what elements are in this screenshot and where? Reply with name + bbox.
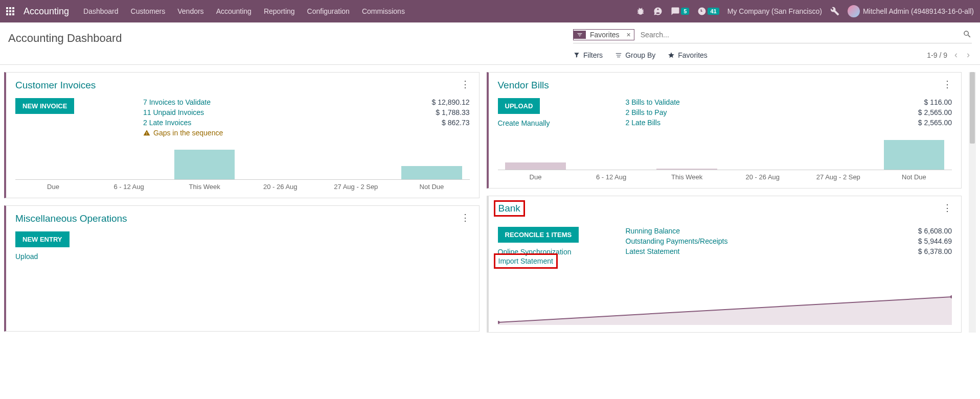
link-invoices-unpaid[interactable]: 11 Unpaid Invoices [143,108,204,116]
navbar-right: 5 41 My Company (San Francisco) Mitchell… [636,5,974,17]
menu-customers[interactable]: Customers [131,7,166,15]
link-latest-statement[interactable]: Latest Statement [626,247,680,255]
menu-vendors[interactable]: Vendors [177,7,203,15]
facet-remove[interactable]: × [624,31,634,39]
card-title-misc[interactable]: Miscellaneous Operations [15,213,127,224]
main-menu: Dashboard Customers Vendors Accounting R… [83,7,405,15]
link-invoices-late[interactable]: 2 Late Invoices [143,119,191,127]
search-area: Favorites × Filters Group By Favorites [573,29,972,60]
new-invoice-button[interactable]: NEW INVOICE [15,98,74,114]
control-bar: Accounting Dashboard Favorites × Filters [0,22,980,60]
tools-icon[interactable] [830,7,839,16]
link-bills-late[interactable]: 2 Late Bills [626,119,660,127]
misc-upload-link[interactable]: Upload [15,252,128,261]
avatar [848,5,860,17]
card-title-bills[interactable]: Vendor Bills [498,80,549,91]
menu-accounting[interactable]: Accounting [216,7,252,15]
card-menu-misc[interactable]: ⋮ [461,213,470,222]
card-vendor-bills: Vendor Bills ⋮ UPLOAD Create Manually 3 … [487,72,962,189]
favorites-button[interactable]: Favorites [668,51,708,59]
groupby-button[interactable]: Group By [615,51,655,59]
vertical-scrollbar[interactable] [969,72,976,333]
bills-chart: Due6 - 12 AugThis Week20 - 26 Aug27 Aug … [498,139,952,181]
link-bills-validate[interactable]: 3 Bills to Validate [626,98,680,106]
user-menu[interactable]: Mitchell Admin (49489143-16-0-all) [848,5,974,17]
search-input[interactable] [639,29,963,41]
card-menu-bank[interactable]: ⋮ [943,203,952,213]
menu-dashboard[interactable]: Dashboard [83,7,119,15]
pager-text: 1-9 / 9 [927,51,947,59]
filters-button[interactable]: Filters [573,51,603,59]
invoices-chart: Due6 - 12 AugThis Week20 - 26 Aug27 Aug … [15,149,470,191]
import-statement-link[interactable]: Import Statement [498,256,553,266]
link-running-balance[interactable]: Running Balance [626,227,680,235]
pager-prev[interactable]: ‹ [952,50,960,60]
dashboard-grid: Customer Invoices ⋮ NEW INVOICE 7 Invoic… [0,65,980,340]
bank-sparkline [498,294,952,325]
brand-link[interactable]: Accounting [24,6,69,17]
user-name: Mitchell Admin (49489143-16-0-all) [863,7,974,15]
page-title: Accounting Dashboard [8,29,122,45]
support-icon[interactable] [653,7,663,16]
apps-icon[interactable] [6,7,14,15]
warning-icon [143,129,150,136]
reconcile-button[interactable]: RECONCILE 1 ITEMS [498,227,579,243]
bug-icon[interactable] [636,7,645,16]
link-invoices-validate[interactable]: 7 Invoices to Validate [143,98,211,106]
card-bank: Bank ⋮ RECONCILE 1 ITEMS Online Synchron… [487,196,962,333]
activities-icon[interactable]: 41 [697,7,719,16]
menu-commissions[interactable]: Commissions [362,7,405,15]
upload-bill-button[interactable]: UPLOAD [498,98,540,114]
card-menu-invoices[interactable]: ⋮ [461,80,470,89]
menu-reporting[interactable]: Reporting [264,7,295,15]
search-facet-favorites: Favorites × [573,29,634,40]
funnel-icon [574,31,586,39]
facet-label: Favorites [586,30,624,40]
pager-next[interactable]: › [965,50,972,60]
card-customer-invoices: Customer Invoices ⋮ NEW INVOICE 7 Invoic… [4,72,480,198]
create-bill-link[interactable]: Create Manually [498,119,610,127]
card-title-bank[interactable]: Bank [498,203,520,214]
new-entry-button[interactable]: NEW ENTRY [15,231,70,247]
chat-icon[interactable]: 5 [671,7,689,16]
top-navbar: Accounting Dashboard Customers Vendors A… [0,0,980,22]
activities-badge: 41 [708,8,719,15]
chat-badge: 5 [681,8,689,15]
menu-configuration[interactable]: Configuration [307,7,350,15]
search-icon[interactable] [963,30,972,40]
company-switcher[interactable]: My Company (San Francisco) [727,7,822,15]
card-title-invoices[interactable]: Customer Invoices [15,80,96,91]
warning-gaps: Gaps in the sequence [143,129,223,137]
card-miscellaneous: Miscellaneous Operations ⋮ NEW ENTRY Upl… [4,205,480,332]
card-menu-bills[interactable]: ⋮ [943,80,952,89]
link-bills-pay[interactable]: 2 Bills to Pay [626,108,667,116]
link-outstanding[interactable]: Outstanding Payments/Receipts [626,237,728,245]
